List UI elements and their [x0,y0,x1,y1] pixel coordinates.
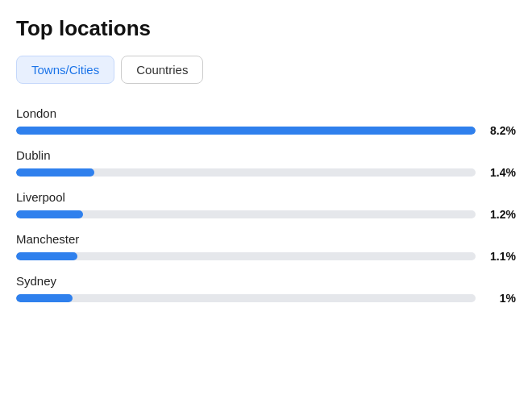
tab-group: Towns/Cities Countries [16,56,516,84]
bar-value: 1% [484,292,516,305]
bar-row: 1.2% [16,208,516,221]
bar-track [16,252,476,260]
bar-fill [16,168,94,177]
location-name: Sydney [16,274,516,288]
bar-fill [16,127,476,135]
bar-row: 1% [16,292,516,305]
bar-fill [16,294,73,302]
list-item: Liverpool1.2% [16,190,516,221]
bar-row: 8.2% [16,124,516,137]
bar-value: 1.1% [484,250,516,263]
location-name: Manchester [16,232,516,246]
bar-fill [16,252,77,260]
bar-track [16,168,476,177]
bar-value: 1.2% [484,208,516,221]
location-list: London8.2%Dublin1.4%Liverpool1.2%Manches… [16,106,516,316]
list-item: London8.2% [16,106,516,137]
tab-countries[interactable]: Countries [121,56,203,84]
list-item: Sydney1% [16,274,516,305]
bar-value: 1.4% [484,166,516,179]
location-name: Dublin [16,148,516,162]
bar-row: 1.1% [16,250,516,263]
bar-row: 1.4% [16,166,516,179]
bar-value: 8.2% [484,124,516,137]
list-item: Dublin1.4% [16,148,516,179]
location-name: London [16,106,516,120]
bar-track [16,294,476,302]
page-title: Top locations [16,16,516,41]
list-item: Manchester1.1% [16,232,516,263]
bar-track [16,210,476,218]
bar-track [16,127,476,135]
bar-fill [16,210,83,218]
tab-towns-cities[interactable]: Towns/Cities [16,56,114,84]
location-name: Liverpool [16,190,516,204]
